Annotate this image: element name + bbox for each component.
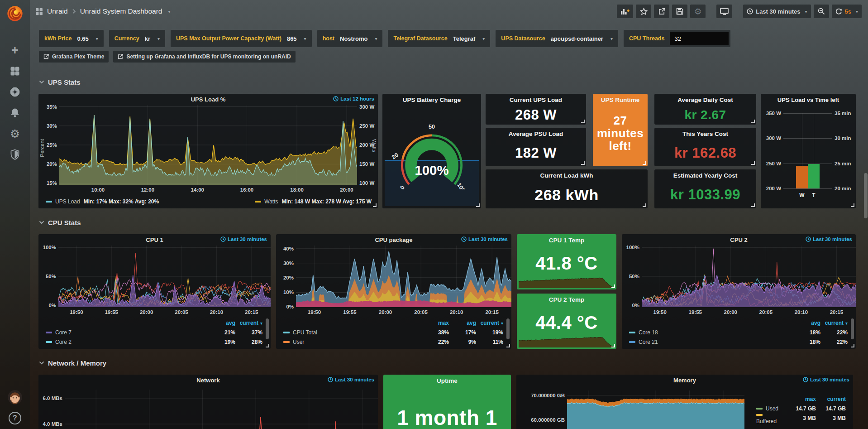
sidebar-item-dashboards[interactable] [6, 61, 24, 82]
section-cpu-stats[interactable]: CPU Stats [39, 217, 868, 228]
grafana-logo[interactable] [6, 5, 24, 23]
network-plot-region[interactable]: 6.0 MBs4.0 MBs2.0 MBs [38, 386, 378, 429]
legend-col-avg[interactable]: avg [449, 320, 476, 326]
variable-telegraf-datasource[interactable]: Telegraf Datasource Telegraf ▾ [388, 30, 490, 47]
variable-ups-max-output[interactable]: UPS Max Output Power Capacity (Watt) 865… [171, 30, 312, 47]
cpu2-plot-region[interactable]: 100%50%0% 19:5019:5520:0020:0520:1020:15 [622, 246, 856, 317]
variable-kwh-price[interactable]: kWh Price 0.65 ▾ [39, 30, 104, 47]
cpu-package-chart[interactable]: 19:5019:5520:0020:0520:1020:15 [296, 246, 511, 317]
panel-current-ups-load[interactable]: Current UPS Load 268 W [486, 94, 586, 125]
cpu-package-plot-region[interactable]: 40%30%20%10%0% 19:5019:5520:0020:0520:10… [276, 246, 511, 317]
legend-col-max[interactable]: max [422, 320, 449, 326]
sidebar-item-alerting[interactable] [6, 102, 24, 123]
sidebar-item-server-admin[interactable] [6, 144, 24, 165]
axis-tick: 20:10 [450, 309, 463, 315]
legend-scrollbar[interactable] [851, 318, 854, 339]
breadcrumb-app[interactable]: Unraid [47, 7, 68, 15]
link-ups-monitoring-guide[interactable]: Setting up Grafana and InfluxDB for UPS … [113, 51, 295, 63]
panel-time-override[interactable]: Last 30 minutes [220, 236, 267, 242]
sidebar-item-configuration[interactable]: ⚙ [6, 123, 24, 144]
legend-scrollbar[interactable] [266, 318, 269, 339]
panel-this-years-cost[interactable]: This Years Cost kr 162.68 [654, 128, 756, 166]
cpu2-chart[interactable]: 19:5019:5520:0020:0520:1020:15 [642, 246, 856, 317]
cycle-view-mode-button[interactable] [716, 5, 732, 18]
page-scrollbar[interactable] [863, 0, 868, 429]
panel-title[interactable]: CPU 1 [146, 236, 163, 243]
panel-time-override[interactable]: Last 30 minutes [803, 377, 849, 382]
panel-time-override[interactable]: Last 30 minutes [461, 236, 508, 242]
bar-T[interactable] [808, 164, 820, 188]
variable-host[interactable]: host Nostromo ▾ [317, 30, 383, 47]
user-avatar[interactable] [8, 390, 22, 405]
caret-down-icon[interactable]: ▾ [168, 9, 170, 14]
axis-tick: 20 min [835, 186, 851, 191]
cpu-threads-input[interactable] [670, 32, 729, 45]
breadcrumb-dashboard-title[interactable]: Unraid System Dashboard [80, 7, 162, 15]
panel-cpu1-temp[interactable]: CPU 1 Temp 41.8 °C [517, 234, 616, 289]
panel-title[interactable]: CPU package [375, 236, 412, 243]
legend-item-ups-load[interactable]: UPS LoadMin: 17% Max: 32% Avg: 20% [46, 198, 159, 205]
panel-ups-runtime[interactable]: UPS Runtime 27 minutes left! [593, 94, 648, 166]
legend-col-current[interactable]: current▾ [476, 320, 503, 326]
panel-average-psu-load[interactable]: Average PSU Load 182 W [486, 128, 586, 166]
panel-time-override[interactable]: Last 30 minutes [328, 377, 374, 382]
legend-col-current[interactable]: current [816, 396, 846, 402]
add-panel-button[interactable] [617, 5, 633, 18]
zoom-out-button[interactable] [814, 5, 829, 18]
apps-grid-icon[interactable] [35, 8, 43, 15]
stat-value: 182 W [515, 140, 557, 166]
memory-plot-region[interactable]: 70.000000 GB60.000000 GB50.000000 GB max… [516, 386, 853, 429]
legend-col-current[interactable]: current▾ [235, 320, 262, 326]
stat-value: 268 W [515, 106, 557, 125]
cpu1-chart[interactable]: 19:5019:5520:0020:0520:1020:15 [58, 246, 271, 317]
section-ups-stats[interactable]: UPS Stats [39, 76, 868, 88]
legend-col-max[interactable]: max [786, 396, 816, 402]
panel-title[interactable]: UPS Load vs Time left [761, 94, 856, 106]
sidebar-item-create[interactable]: + [6, 40, 24, 61]
legend-col-avg[interactable]: avg [208, 320, 235, 326]
panel-time-override[interactable]: Last 30 minutes [806, 236, 852, 242]
link-grafana-plex-theme[interactable]: Grafana Plex Theme [39, 51, 109, 63]
sidebar-item-explore[interactable] [6, 82, 24, 102]
panel-cpu2-temp[interactable]: CPU 2 Temp 44.4 °C [517, 294, 616, 349]
ups-load-chart[interactable]: 10:0012:0014:0016:0018:0020:00 [59, 105, 357, 195]
star-icon [640, 8, 648, 15]
ups-load-plot-region[interactable]: Percent 35%30%25%20%15% 10:0012:0014:001… [38, 105, 378, 195]
panel-estimated-yearly-cost[interactable]: Estimated Yearly Cost kr 1033.99 [654, 169, 756, 208]
panel-title[interactable]: Memory [673, 377, 696, 384]
panel-uptime[interactable]: Uptime 1 month 1 [383, 375, 511, 429]
variable-currency[interactable]: Currency kr ▾ [109, 30, 165, 47]
time-range-picker[interactable]: Last 30 minutes ▾ [743, 5, 811, 18]
panel-title[interactable]: CPU 2 [730, 236, 747, 243]
memory-chart[interactable] [567, 390, 744, 429]
legend-scrollbar[interactable] [506, 318, 510, 339]
help-button[interactable]: ? [9, 412, 21, 424]
panel-title[interactable]: UPS Battery Charge [382, 94, 481, 106]
panel-time-override[interactable]: Last 12 hours [333, 96, 374, 101]
legend-col-current[interactable]: current▾ [820, 320, 848, 326]
dashboard-settings-button[interactable]: ⚙ [690, 5, 706, 18]
star-dashboard-button[interactable] [636, 5, 651, 18]
dashboard-topbar: Unraid Unraid System Dashboard ▾ [30, 0, 868, 23]
topbar-actions: ⚙ Last 30 minutes ▾ [617, 5, 862, 18]
page-scrollbar-thumb[interactable] [864, 173, 868, 218]
panel-title[interactable]: Network [196, 377, 219, 384]
refresh-button[interactable]: 5s ▾ [832, 5, 862, 18]
battery-gauge[interactable]: 02050100100% [387, 122, 476, 189]
variable-ups-datasource[interactable]: UPS Datasource apcupsd-container ▾ [496, 30, 618, 47]
ups-bars-chart[interactable]: WT [783, 112, 832, 190]
panel-title[interactable]: UPS Load % [191, 96, 226, 103]
share-dashboard-button[interactable] [654, 5, 669, 18]
legend-col-avg[interactable]: avg [793, 320, 820, 326]
legend-item-watts[interactable]: WattsMin: 148 W Max: 278 W Avg: 175 W [255, 198, 372, 205]
cpu1-plot-region[interactable]: 100%50%0% 19:5019:5520:0020:0520:1020:15 [38, 246, 271, 317]
panel-average-daily-cost[interactable]: Average Daily Cost kr 2.67 [654, 94, 756, 125]
legend-row: Core 18 18% 22% [629, 328, 848, 337]
save-dashboard-button[interactable] [672, 5, 687, 18]
section-network-memory[interactable]: Network / Memory [39, 357, 868, 369]
axis-tick: 250 W [359, 123, 374, 129]
panel-current-load-kwh[interactable]: Current Load kWh 268 kWh [486, 169, 648, 208]
bar-W[interactable] [796, 166, 808, 188]
network-chart[interactable] [65, 390, 378, 429]
svg-text:0: 0 [399, 184, 406, 189]
